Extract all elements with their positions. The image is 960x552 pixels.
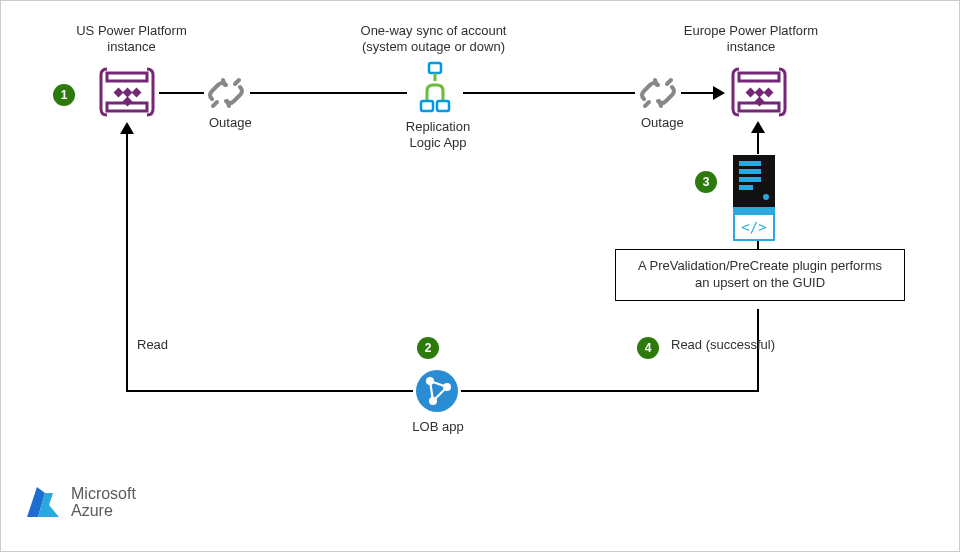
logic-app-icon xyxy=(411,61,459,113)
chain-break-icon-left xyxy=(206,75,246,111)
arrow-to-eu xyxy=(713,86,725,100)
svg-rect-0 xyxy=(114,88,124,98)
conn-lob-left-h xyxy=(126,390,413,392)
arrow-read-us xyxy=(120,122,134,134)
svg-point-19 xyxy=(416,370,458,412)
plugin-note-text: A PreValidation/PreCreate plugin perform… xyxy=(632,258,888,292)
azure-icon xyxy=(23,483,63,523)
svg-rect-9 xyxy=(764,88,774,98)
conn-lob-left-v xyxy=(126,133,128,392)
azure-logo: Microsoft Azure xyxy=(23,483,136,523)
svg-text:</>: </> xyxy=(741,219,766,235)
conn-outage-logic xyxy=(250,92,407,94)
step-badge-4: 4 xyxy=(637,337,659,359)
svg-rect-12 xyxy=(739,161,761,166)
svg-rect-10 xyxy=(755,97,765,107)
logic-app-name: Replication xyxy=(398,119,478,135)
brand-line2: Azure xyxy=(71,503,136,520)
logic-app-type: Logic App xyxy=(398,135,478,151)
svg-rect-2 xyxy=(132,88,142,98)
eu-pp-title: Europe Power Platform instance xyxy=(661,23,841,56)
svg-rect-6 xyxy=(437,101,449,111)
svg-rect-1 xyxy=(123,88,133,98)
plugin-note-box: A PreValidation/PreCreate plugin perform… xyxy=(615,249,905,301)
read-left-label: Read xyxy=(137,337,168,353)
outage-left-label: Outage xyxy=(209,115,252,131)
lob-label: LOB app xyxy=(408,419,468,435)
conn-server-eu xyxy=(757,132,759,154)
outage-right-label: Outage xyxy=(641,115,684,131)
svg-rect-5 xyxy=(421,101,433,111)
svg-rect-17 xyxy=(735,209,773,215)
conn-outage2-eu xyxy=(681,92,714,94)
code-file-icon: </> xyxy=(733,207,775,241)
us-pp-title: US Power Platform instance xyxy=(59,23,204,56)
chain-break-icon-right xyxy=(638,75,678,111)
architecture-diagram: US Power Platform instance One-way sync … xyxy=(0,0,960,552)
step-badge-2: 2 xyxy=(417,337,439,359)
powerplatform-icon-eu xyxy=(729,65,789,119)
arrow-server-eu xyxy=(751,121,765,133)
conn-logic-outage2 xyxy=(463,92,635,94)
server-icon xyxy=(733,155,775,207)
svg-rect-7 xyxy=(746,88,756,98)
svg-rect-8 xyxy=(755,88,765,98)
sync-title: One-way sync of account (system outage o… xyxy=(336,23,531,56)
azure-wordmark: Microsoft Azure xyxy=(71,486,136,520)
conn-lob-right-h xyxy=(461,390,759,392)
svg-rect-3 xyxy=(123,97,133,107)
step-badge-3: 3 xyxy=(695,171,717,193)
svg-rect-14 xyxy=(739,177,761,182)
powerplatform-icon-us xyxy=(97,65,157,119)
conn-code-note xyxy=(757,241,759,249)
svg-point-16 xyxy=(763,194,769,200)
read-right-label: Read (successful) xyxy=(671,337,775,353)
conn-us-outage xyxy=(159,92,204,94)
network-app-icon xyxy=(415,369,459,413)
brand-line1: Microsoft xyxy=(71,486,136,503)
svg-rect-13 xyxy=(739,169,761,174)
svg-rect-4 xyxy=(429,63,441,73)
step-badge-1: 1 xyxy=(53,84,75,106)
svg-rect-15 xyxy=(739,185,753,190)
